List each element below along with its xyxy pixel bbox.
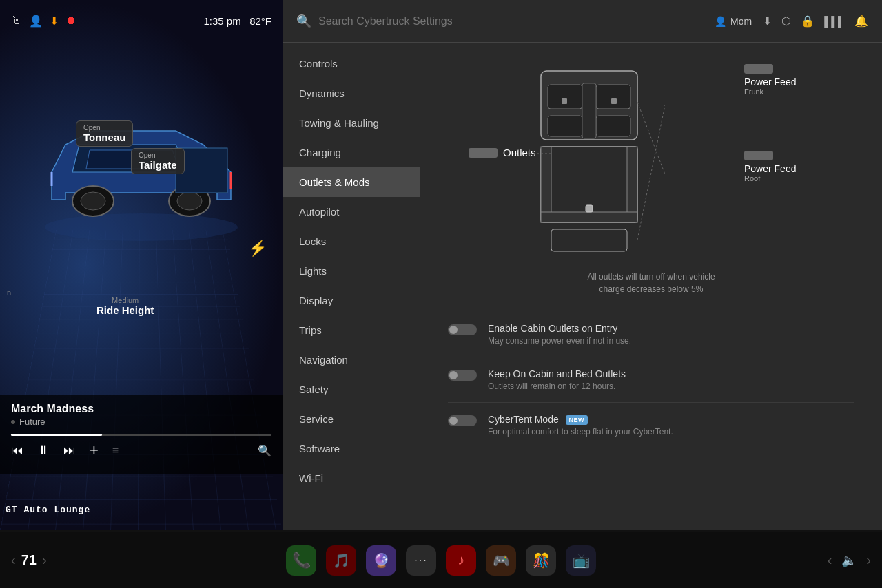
app-games[interactable]: 🎮 bbox=[486, 545, 516, 576]
main-content: Controls Dynamics Towing & Hauling Charg… bbox=[283, 43, 882, 530]
top-bar: 🖱 👤 ⬇ ⏺ 1:35 pm 82°F bbox=[0, 0, 283, 41]
next-button[interactable]: ⏭ bbox=[63, 443, 76, 458]
app-theater[interactable]: 📺 bbox=[566, 545, 596, 576]
search-input[interactable] bbox=[318, 15, 708, 28]
record-icon: ⏺ bbox=[65, 14, 76, 27]
outlets-toggle-indicator bbox=[469, 148, 498, 158]
ride-height-label: Ride Height bbox=[96, 304, 154, 316]
time-temperature: 1:35 pm 82°F bbox=[203, 15, 271, 27]
add-button[interactable]: + bbox=[90, 441, 99, 459]
app-media[interactable]: 🎵 bbox=[326, 545, 356, 576]
keep-on-title: Keep On Cabin and Bed Outlets bbox=[488, 368, 854, 379]
profile-icon: 👤 bbox=[29, 14, 43, 28]
left-panel: 🖱 👤 ⬇ ⏺ 1:35 pm 82°F bbox=[0, 0, 283, 530]
volume-number: 71 bbox=[21, 552, 37, 568]
nav-item-software[interactable]: Software bbox=[283, 434, 420, 463]
user-info: 👤 Mom bbox=[715, 16, 752, 27]
nav-item-dynamics[interactable]: Dynamics bbox=[283, 78, 420, 108]
nav-item-lights[interactable]: Lights bbox=[283, 256, 420, 286]
notice-text: All outlets will turn off when vehiclech… bbox=[448, 271, 854, 295]
seat-left-rear bbox=[548, 116, 582, 136]
download-icon: ⬇ bbox=[50, 14, 59, 28]
nav-icon: 🔮 bbox=[373, 552, 390, 569]
app-music[interactable]: ♪ bbox=[446, 545, 476, 576]
search-music-button[interactable]: 🔍 bbox=[258, 444, 271, 457]
diagram-section: Outlets bbox=[448, 64, 854, 257]
music-icon: ♪ bbox=[458, 552, 464, 568]
nav-item-service[interactable]: Service bbox=[283, 404, 420, 434]
music-controls: ⏮ ⏸ ⏭ + ≡ 🔍 bbox=[11, 441, 271, 459]
nav-item-display[interactable]: Display bbox=[283, 286, 420, 315]
bell-icon: 🔔 bbox=[854, 14, 868, 28]
queue-button[interactable]: ≡ bbox=[112, 444, 119, 456]
vehicle-top-view-svg bbox=[513, 64, 665, 257]
music-progress-bar[interactable] bbox=[11, 434, 271, 436]
nav-item-wifi[interactable]: Wi-Fi bbox=[283, 463, 420, 493]
settings-panel: 🔍 👤 Mom ⬇ ⬡ 🔒 ▌▌▌ 🔔 Controls Dynamics To… bbox=[283, 0, 882, 530]
nav-item-outlets[interactable]: Outlets & Mods bbox=[283, 167, 420, 197]
nav-item-safety[interactable]: Safety bbox=[283, 375, 420, 404]
cybertent-toggle[interactable] bbox=[448, 415, 477, 426]
cabin-outlets-desc: May consume power even if not in use. bbox=[488, 336, 854, 346]
seat-right-front bbox=[596, 85, 630, 109]
temperature-display: 82°F bbox=[249, 15, 271, 27]
tailgate-popup[interactable]: Open Tailgate bbox=[131, 148, 185, 174]
nav-item-autopilot[interactable]: Autopilot bbox=[283, 197, 420, 227]
wheel-rear-inner bbox=[177, 192, 202, 210]
lightning-icon: ⚡ bbox=[248, 240, 267, 258]
prev-track-icon[interactable]: ‹ bbox=[11, 552, 16, 568]
wheel-front-inner bbox=[81, 192, 105, 210]
bed-outlet-dot bbox=[586, 205, 593, 212]
nav-item-navigation[interactable]: Navigation bbox=[283, 345, 420, 375]
center-console bbox=[582, 83, 596, 138]
seat-right-rear bbox=[596, 116, 630, 136]
phone-icon: 📞 bbox=[292, 552, 311, 569]
power-feed-frunk-sub: Frunk bbox=[744, 87, 854, 96]
user-icon: 👤 bbox=[715, 16, 726, 27]
taskbar: ‹ 71 › 📞 🎵 🔮 ··· ♪ 🎮 🎊 📺 ‹ 🔈 bbox=[0, 532, 882, 588]
ride-height-popup[interactable]: Medium Ride Height bbox=[96, 296, 154, 316]
nav-item-charging[interactable]: Charging bbox=[283, 138, 420, 167]
taskbar-left: ‹ 71 › bbox=[11, 552, 107, 568]
nav-item-towing[interactable]: Towing & Hauling bbox=[283, 108, 420, 138]
music-artist-row: Future bbox=[11, 417, 271, 427]
taskbar-right: ‹ 🔈 › bbox=[775, 552, 871, 568]
apps-icon: 🎊 bbox=[533, 552, 550, 569]
volume-icon[interactable]: 🔈 bbox=[841, 553, 857, 568]
nav-item-trips[interactable]: Trips bbox=[283, 315, 420, 345]
games-icon: 🎮 bbox=[493, 552, 510, 569]
search-icon: 🔍 bbox=[296, 14, 311, 29]
tonneau-popup[interactable]: Open Tonneau bbox=[76, 120, 133, 147]
status-icons: 🖱 👤 ⬇ ⏺ bbox=[11, 14, 76, 28]
right-labels: Power Feed Frunk Power Feed Roof bbox=[730, 64, 854, 257]
cabin-outlets-text: Enable Cabin Outlets on Entry May consum… bbox=[488, 323, 854, 346]
ride-height-state: Medium bbox=[96, 296, 154, 304]
vehicle-diagram bbox=[448, 64, 730, 257]
next-track-icon[interactable]: › bbox=[42, 552, 47, 568]
power-feed-roof-indicator bbox=[744, 151, 773, 160]
tailgate-state: Open bbox=[139, 151, 177, 159]
app-more[interactable]: ··· bbox=[406, 545, 436, 576]
cabin-outlets-toggle[interactable] bbox=[448, 324, 477, 335]
header-icons: ⬇ ⬡ 🔒 ▌▌▌ 🔔 bbox=[763, 14, 868, 28]
prev-button[interactable]: ⏮ bbox=[11, 443, 23, 458]
toggle-keep-on: Keep On Cabin and Bed Outlets Outlets wi… bbox=[448, 357, 854, 403]
pause-button[interactable]: ⏸ bbox=[37, 443, 50, 458]
keep-on-toggle[interactable] bbox=[448, 370, 477, 381]
outlets-indicator: Outlets bbox=[469, 147, 536, 158]
signal-icon: ▌▌▌ bbox=[824, 16, 845, 27]
nav-item-controls[interactable]: Controls bbox=[283, 49, 420, 78]
forward-arrow[interactable]: › bbox=[866, 552, 871, 568]
app-phone[interactable]: 📞 bbox=[286, 545, 316, 576]
artist-dot bbox=[11, 420, 15, 424]
app-apps[interactable]: 🎊 bbox=[526, 545, 556, 576]
nav-item-locks[interactable]: Locks bbox=[283, 227, 420, 256]
back-arrow[interactable]: ‹ bbox=[828, 552, 832, 568]
line-roof bbox=[637, 102, 665, 174]
app-nav[interactable]: 🔮 bbox=[366, 545, 396, 576]
cursor-icon: 🖱 bbox=[11, 14, 22, 27]
cybertent-title: CyberTent Mode NEW bbox=[488, 414, 854, 425]
outlet-dot-2 bbox=[611, 98, 617, 104]
tailgate-label: Tailgate bbox=[139, 159, 177, 171]
bed-rail-right bbox=[627, 147, 637, 222]
